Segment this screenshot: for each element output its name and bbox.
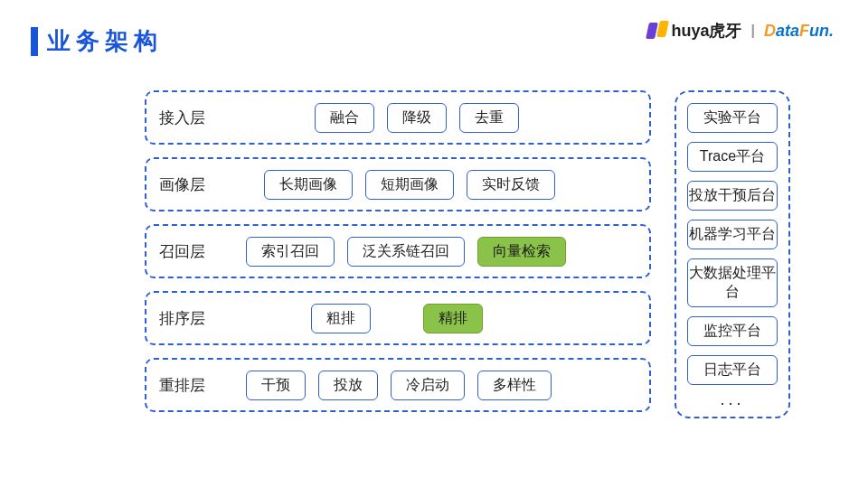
module-box: 短期画像 (365, 170, 454, 200)
module-box: 冷启动 (391, 371, 465, 400)
huya-text: huya虎牙 (671, 20, 741, 42)
layer-label: 召回层 (159, 241, 222, 262)
layer-召回层: 召回层索引召回泛关系链召回向量检索 (145, 224, 651, 278)
ellipsis: ··· (720, 394, 744, 413)
datafun-logo: DataFun. (764, 22, 834, 41)
layer-label: 接入层 (159, 108, 222, 128)
layer-label: 重排层 (159, 375, 222, 396)
platform-box: 投放干预后台 (687, 181, 778, 211)
platform-box: 实验平台 (687, 103, 778, 133)
layer-items: 粗排精排 (311, 304, 637, 333)
module-box: 多样性 (477, 371, 552, 400)
module-box: 干预 (246, 371, 306, 400)
module-box: 泛关系链召回 (347, 237, 465, 267)
module-box: 长期画像 (264, 170, 353, 200)
platform-sidebar: 实验平台Trace平台投放干预后台机器学习平台大数据处理平台监控平台日志平台··… (675, 90, 790, 418)
platform-box: 大数据处理平台 (687, 258, 778, 307)
layer-items: 干预投放冷启动多样性 (246, 371, 637, 400)
layer-items: 索引召回泛关系链召回向量检索 (246, 237, 637, 267)
layer-items: 融合降级去重 (315, 103, 637, 133)
platform-box: 机器学习平台 (687, 220, 778, 249)
layer-items: 长期画像短期画像实时反馈 (264, 170, 637, 200)
module-box: 实时反馈 (467, 170, 555, 200)
layer-label: 排序层 (159, 308, 222, 329)
module-box: 去重 (459, 103, 519, 133)
page-title: 业务架构 (47, 25, 163, 57)
module-box: 索引召回 (246, 237, 335, 267)
layer-画像层: 画像层长期画像短期画像实时反馈 (145, 157, 651, 211)
brand-separator: | (751, 23, 755, 39)
layer-重排层: 重排层干预投放冷启动多样性 (145, 358, 651, 412)
layer-排序层: 排序层粗排精排 (145, 291, 651, 345)
module-box: 降级 (387, 103, 447, 133)
layer-接入层: 接入层融合降级去重 (145, 90, 651, 145)
module-box: 粗排 (311, 304, 371, 333)
brand-bar: huya虎牙 | DataFun. (647, 20, 834, 42)
module-box: 融合 (315, 103, 374, 133)
title-bar: 业务架构 (31, 25, 163, 57)
architecture-diagram: 接入层融合降级去重画像层长期画像短期画像实时反馈召回层索引召回泛关系链召回向量检… (145, 90, 790, 418)
module-box: 向量检索 (477, 237, 566, 267)
layer-label: 画像层 (159, 174, 222, 195)
platform-box: Trace平台 (687, 142, 778, 172)
module-box: 投放 (318, 371, 378, 400)
module-box: 精排 (423, 304, 483, 333)
title-accent (31, 27, 38, 56)
layer-stack: 接入层融合降级去重画像层长期画像短期画像实时反馈召回层索引召回泛关系链召回向量检… (145, 90, 651, 418)
huya-logo: huya虎牙 (647, 20, 741, 42)
platform-box: 监控平台 (687, 316, 778, 346)
huya-icon (647, 21, 667, 41)
platform-box: 日志平台 (687, 355, 778, 385)
